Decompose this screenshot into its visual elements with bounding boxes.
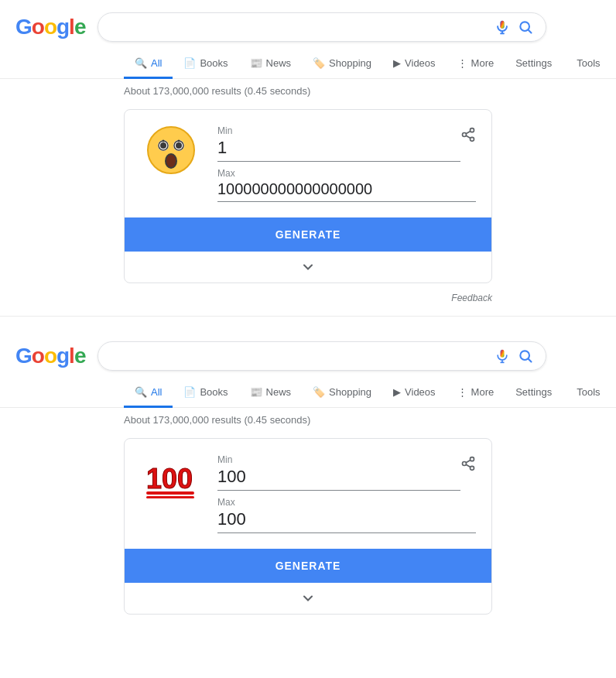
rng-fields-1: Min 1 — [217, 125, 476, 202]
rng-content-2: 100 Min 100 — [125, 439, 491, 549]
svg-point-20 — [166, 155, 176, 167]
rng-max-label-2: Max — [217, 497, 476, 508]
share-icon-2[interactable] — [460, 456, 476, 474]
news-icon-2: 📰 — [250, 386, 262, 398]
generate-button-1[interactable]: GENERATE — [125, 217, 491, 252]
mic-icon-2[interactable] — [495, 348, 510, 364]
feedback-row-1: Feedback — [0, 289, 616, 310]
tab-shopping-1[interactable]: 🏷️ Shopping — [302, 50, 382, 79]
rng-min-section-2: Min 100 — [217, 454, 460, 491]
rng-max-label-1: Max — [217, 168, 476, 179]
rng-max-value-2[interactable]: 100 — [217, 509, 476, 533]
all-icon-1: 🔍 — [135, 57, 147, 69]
svg-rect-4 — [501, 21, 505, 29]
svg-line-38 — [466, 460, 471, 462]
svg-line-25 — [466, 131, 471, 133]
rng-widget-1: Min 1 — [124, 109, 492, 283]
rng-content-1: Min 1 — [125, 110, 491, 217]
tab-settings-1[interactable]: Settings — [505, 50, 563, 79]
tab-more-1[interactable]: ⋮ More — [447, 50, 505, 79]
search-icon-2[interactable] — [518, 348, 533, 364]
svg-line-30 — [529, 359, 532, 362]
tab-videos-1[interactable]: ▶ Videos — [382, 50, 447, 79]
svg-point-17 — [163, 140, 165, 142]
svg-point-13 — [160, 142, 166, 149]
videos-icon-1: ▶ — [393, 57, 401, 69]
section-2: Google random number generator — [0, 329, 616, 615]
tab-videos-2[interactable]: ▶ Videos — [382, 378, 447, 408]
news-icon-1: 📰 — [250, 57, 262, 69]
chevron-down-icon-2[interactable] — [125, 583, 491, 614]
svg-point-21 — [471, 128, 474, 132]
svg-point-23 — [471, 137, 474, 141]
rng-min-value-2[interactable]: 100 — [217, 467, 460, 491]
svg-rect-26 — [501, 350, 505, 358]
more-icon-1: ⋮ — [457, 57, 467, 69]
tab-all-1[interactable]: 🔍 All — [124, 50, 173, 79]
generate-button-2[interactable]: GENERATE — [125, 549, 491, 583]
search-input-2[interactable]: random number generator — [111, 349, 487, 363]
all-icon-2: 🔍 — [135, 386, 147, 398]
tab-books-2[interactable]: 📄 Books — [173, 378, 238, 408]
tab-more-2[interactable]: ⋮ More — [447, 378, 505, 408]
tab-tools-2[interactable]: Tools — [566, 378, 611, 408]
mic-icon-1[interactable] — [495, 19, 510, 35]
svg-point-35 — [463, 462, 467, 466]
rng-emoji-1 — [140, 125, 202, 175]
tab-settings-2[interactable]: Settings — [505, 378, 563, 408]
search-bar-1[interactable]: random number generator — [98, 12, 546, 42]
results-info-2: About 173,000,000 results (0.45 seconds) — [0, 408, 616, 432]
results-info-1: About 173,000,000 results (0.45 seconds) — [0, 79, 616, 103]
svg-text:100: 100 — [146, 463, 193, 495]
svg-line-8 — [529, 30, 532, 33]
nav-settings-2: Settings Tools — [505, 378, 611, 407]
svg-rect-33 — [146, 496, 194, 498]
header-2: Google random number generator — [0, 329, 616, 378]
search-input-1[interactable]: random number generator — [111, 20, 487, 34]
shopping-icon-2: 🏷️ — [313, 386, 325, 398]
section-divider — [0, 316, 616, 317]
nav-settings-1: Settings Tools — [505, 50, 611, 78]
svg-point-34 — [471, 457, 474, 461]
header-1: Google random number generator — [0, 0, 616, 50]
rng-min-label-1: Min — [217, 125, 460, 136]
nav-tabs-2: 🔍 All 📄 Books 📰 News 🏷️ Shopping ▶ Video… — [0, 378, 616, 408]
chevron-down-icon-1[interactable] — [125, 252, 491, 282]
share-icon-1[interactable] — [460, 127, 476, 146]
hundred-emoji-icon: 100 — [140, 454, 202, 504]
shopping-icon-1: 🏷️ — [313, 57, 325, 69]
rng-min-value-1[interactable]: 1 — [217, 138, 460, 162]
rng-max-section-1: Max 100000000000000000 — [217, 168, 476, 202]
tab-all-2[interactable]: 🔍 All — [124, 378, 173, 408]
svg-rect-32 — [146, 491, 194, 495]
google-logo-2: Google — [15, 344, 85, 368]
videos-icon-2: ▶ — [393, 386, 401, 398]
search-bar-icons-1 — [495, 19, 533, 35]
books-icon-1: 📄 — [183, 57, 196, 69]
section-1: Google random number generator — [0, 0, 616, 310]
tab-tools-1[interactable]: Tools — [566, 50, 611, 79]
rng-max-value-1[interactable]: 100000000000000000 — [217, 180, 476, 202]
rng-min-label-2: Min — [217, 454, 460, 465]
search-icon-1[interactable] — [518, 19, 533, 35]
books-icon-2: 📄 — [183, 386, 196, 398]
search-bar-icons-2 — [495, 348, 533, 364]
tab-news-2[interactable]: 📰 News — [239, 378, 303, 408]
tab-news-1[interactable]: 📰 News — [239, 50, 303, 79]
tab-shopping-2[interactable]: 🏷️ Shopping — [302, 378, 382, 408]
svg-line-37 — [466, 464, 471, 467]
tab-books-1[interactable]: 📄 Books — [173, 50, 238, 79]
100-icon: 100 — [143, 454, 199, 504]
more-icon-2: ⋮ — [457, 386, 467, 398]
svg-point-36 — [471, 466, 474, 470]
svg-point-18 — [178, 140, 180, 142]
svg-point-22 — [463, 133, 467, 137]
rng-widget-2: 100 Min 100 — [124, 438, 492, 615]
surprised-face-icon — [146, 125, 196, 175]
nav-tabs-1: 🔍 All 📄 Books 📰 News 🏷️ Shopping ▶ Video… — [0, 50, 616, 79]
search-bar-2[interactable]: random number generator — [98, 341, 546, 371]
svg-line-24 — [466, 135, 471, 138]
google-logo-1: Google — [15, 15, 85, 39]
svg-point-14 — [176, 142, 182, 149]
rng-fields-2: Min 100 — [217, 454, 476, 533]
